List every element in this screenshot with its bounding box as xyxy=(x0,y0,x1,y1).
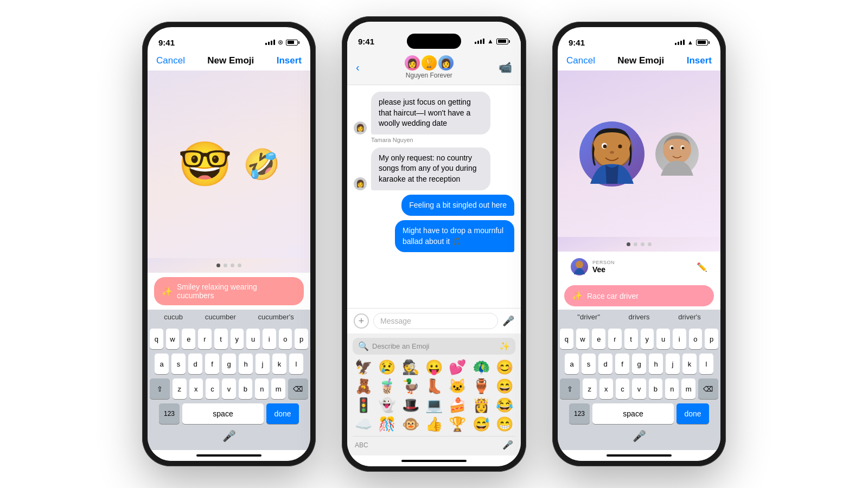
emoji-cell-19[interactable]: 🍰 xyxy=(447,397,468,414)
key-x-left[interactable]: x xyxy=(189,378,203,399)
key-r-right[interactable]: r xyxy=(608,329,622,349)
emoji-cell-25[interactable]: 👍 xyxy=(423,416,444,433)
key-a-left[interactable]: a xyxy=(155,354,169,374)
key-123-right[interactable]: 123 xyxy=(569,403,590,424)
key-c-left[interactable]: c xyxy=(206,378,219,399)
emoji-cell-26[interactable]: 🏆 xyxy=(447,416,468,433)
autocomplete-1-left[interactable]: cucub xyxy=(164,313,183,321)
key-z-right[interactable]: z xyxy=(583,378,596,399)
input-pill-right[interactable]: ✨ Race car driver xyxy=(564,285,714,306)
video-icon-middle[interactable]: 📹 xyxy=(499,61,512,74)
key-g-right[interactable]: g xyxy=(632,354,646,374)
key-d-right[interactable]: d xyxy=(598,354,612,374)
emoji-cell-2[interactable]: 😢 xyxy=(376,359,397,376)
key-done-left[interactable]: done xyxy=(266,403,299,424)
key-i-left[interactable]: i xyxy=(263,329,276,349)
edit-icon-right[interactable]: ✏️ xyxy=(697,262,707,272)
emoji-cell-24[interactable]: 🐵 xyxy=(400,416,421,433)
mic-icon-right[interactable]: 🎤 xyxy=(633,429,646,442)
key-y-right[interactable]: y xyxy=(641,329,654,349)
emoji-cell-8[interactable]: 🧸 xyxy=(353,378,374,395)
contact-info-middle[interactable]: 👩 🏆 👩 Nguyen Forever xyxy=(366,55,492,79)
key-d-left[interactable]: d xyxy=(188,354,202,374)
emoji-cell-3[interactable]: 🕵️ xyxy=(400,359,421,376)
key-n-right[interactable]: n xyxy=(665,378,679,399)
key-p-left[interactable]: p xyxy=(295,329,308,349)
key-r-left[interactable]: r xyxy=(198,329,212,349)
key-f-right[interactable]: f xyxy=(615,354,629,374)
emoji-cell-1[interactable]: 🦅 xyxy=(353,359,374,376)
key-w-left[interactable]: w xyxy=(166,329,180,349)
back-button-middle[interactable]: ‹ xyxy=(356,61,360,74)
cancel-button-left[interactable]: Cancel xyxy=(156,55,185,66)
key-l-right[interactable]: l xyxy=(699,354,713,374)
key-v-right[interactable]: v xyxy=(632,378,646,399)
cancel-button-right[interactable]: Cancel xyxy=(566,55,595,66)
key-a-right[interactable]: a xyxy=(565,354,579,374)
autocomplete-3-left[interactable]: cucumber's xyxy=(258,313,294,321)
key-123-left[interactable]: 123 xyxy=(159,403,180,424)
key-i-right[interactable]: i xyxy=(673,329,686,349)
insert-button-right[interactable]: Insert xyxy=(687,55,712,66)
emoji-cell-21[interactable]: 😂 xyxy=(494,397,515,414)
emoji-cell-28[interactable]: 😁 xyxy=(494,416,515,433)
key-m-left[interactable]: m xyxy=(271,378,285,399)
key-q-right[interactable]: q xyxy=(560,329,573,349)
key-s-right[interactable]: s xyxy=(582,354,596,374)
emoji-secondary-left[interactable]: 🤣 xyxy=(243,150,280,179)
input-pill-left[interactable]: ✨ Smiley relaxing wearing cucumbers xyxy=(154,277,304,305)
key-shift-right[interactable]: ⇧ xyxy=(560,378,580,399)
emoji-cell-15[interactable]: 🚦 xyxy=(353,397,374,414)
emoji-cell-18[interactable]: 💻 xyxy=(423,397,444,414)
emoji-cell-5[interactable]: 💕 xyxy=(447,359,468,376)
key-x-right[interactable]: x xyxy=(599,378,613,399)
key-p-right[interactable]: p xyxy=(705,329,718,349)
key-j-left[interactable]: j xyxy=(256,354,270,374)
autocomplete-1-right[interactable]: "driver" xyxy=(577,313,600,321)
key-k-left[interactable]: k xyxy=(272,354,286,374)
key-z-left[interactable]: z xyxy=(173,378,186,399)
emoji-search-bar-middle[interactable]: 🔍 Describe an Emoji ✨ xyxy=(353,338,515,355)
key-s-left[interactable]: s xyxy=(171,354,186,374)
key-done-right[interactable]: done xyxy=(676,403,709,424)
key-y-left[interactable]: y xyxy=(231,329,244,349)
emoji-cell-7[interactable]: 😊 xyxy=(494,359,515,376)
autocomplete-3-right[interactable]: driver's xyxy=(678,313,701,321)
emoji-cell-16[interactable]: 👻 xyxy=(376,397,397,414)
key-e-right[interactable]: e xyxy=(592,329,605,349)
key-n-left[interactable]: n xyxy=(255,378,269,399)
key-b-right[interactable]: b xyxy=(649,378,662,399)
emoji-cell-14[interactable]: 😄 xyxy=(494,378,515,395)
mic-icon-left[interactable]: 🎤 xyxy=(222,429,236,442)
key-t-left[interactable]: t xyxy=(214,329,228,349)
emoji-cell-13[interactable]: 🏺 xyxy=(470,378,492,395)
key-space-right[interactable]: space xyxy=(592,403,674,424)
key-t-right[interactable]: t xyxy=(624,329,638,349)
key-o-left[interactable]: o xyxy=(279,329,292,349)
key-w-right[interactable]: w xyxy=(576,329,590,349)
key-space-left[interactable]: space xyxy=(182,403,264,424)
mic-button-middle[interactable]: 🎤 xyxy=(502,315,514,327)
insert-button-left[interactable]: Insert xyxy=(277,55,302,66)
emoji-cell-23[interactable]: 🎊 xyxy=(376,416,397,433)
key-j-right[interactable]: j xyxy=(666,354,680,374)
emoji-cell-11[interactable]: 👢 xyxy=(423,378,444,395)
key-delete-left[interactable]: ⌫ xyxy=(288,378,308,399)
emoji-main-left[interactable]: 🤓 xyxy=(178,143,232,186)
key-f-left[interactable]: f xyxy=(205,354,219,374)
key-delete-right[interactable]: ⌫ xyxy=(698,378,718,399)
emoji-cell-4[interactable]: 😛 xyxy=(423,359,444,376)
key-o-right[interactable]: o xyxy=(689,329,703,349)
emoji-cell-9[interactable]: 🧋 xyxy=(376,378,397,395)
mic-icon-emoji-middle[interactable]: 🎤 xyxy=(502,440,513,450)
key-v-left[interactable]: v xyxy=(222,378,235,399)
autocomplete-2-right[interactable]: drivers xyxy=(629,313,650,321)
emoji-cell-27[interactable]: 😅 xyxy=(470,416,492,433)
key-q-left[interactable]: q xyxy=(150,329,163,349)
key-u-left[interactable]: u xyxy=(246,329,260,349)
key-l-left[interactable]: l xyxy=(289,354,303,374)
memoji-secondary-right[interactable] xyxy=(655,132,699,176)
key-b-left[interactable]: b xyxy=(239,378,252,399)
emoji-cell-20[interactable]: 👸 xyxy=(470,397,492,414)
key-m-right[interactable]: m xyxy=(681,378,695,399)
